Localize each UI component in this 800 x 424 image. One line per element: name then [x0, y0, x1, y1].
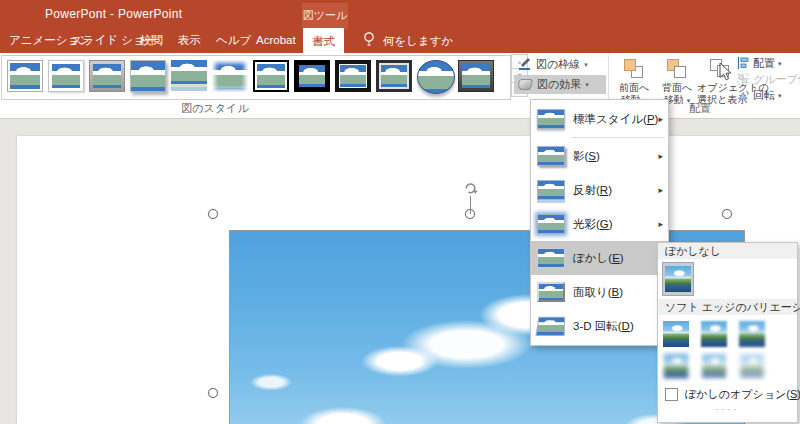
tell-me-label: 何をしますか — [383, 34, 453, 49]
dropdown-caret-icon: ▾ — [585, 81, 589, 89]
picture-style-soft-edge[interactable] — [212, 60, 248, 92]
landscape-photo-thumbnail — [701, 321, 727, 347]
soft-edges-effect-icon — [537, 248, 565, 268]
landscape-photo-thumbnail — [663, 353, 688, 378]
ribbon: ▴ ▾ ▾ 図の枠線 ▾ 図の効果 ▾ 前面へ 移動 ▾ 背面へ — [0, 53, 800, 119]
3d-rotation-effect-icon — [535, 317, 565, 336]
menu-item-preset[interactable]: 標準スタイル(P) ▸ — [531, 102, 668, 136]
soft-edge-variation-5[interactable] — [700, 352, 727, 379]
picture-styles-gallery — [1, 55, 511, 100]
menu-item-glow[interactable]: 光彩(G) ▸ — [531, 207, 668, 241]
picture-style-reflected[interactable] — [171, 60, 207, 92]
menu-item-reflection[interactable]: 反射(R) ▸ — [531, 173, 668, 207]
picture-style-simple-frame-black[interactable] — [253, 60, 289, 92]
group-button-disabled: グループ化 — [737, 72, 800, 87]
landscape-photo-thumbnail — [702, 354, 726, 378]
dropdown-caret-icon: ▾ — [778, 60, 782, 68]
picture-style-metal-frame[interactable] — [89, 60, 125, 92]
landscape-photo-thumbnail — [663, 321, 689, 347]
resize-handle-top-right[interactable] — [722, 209, 732, 219]
tab-acrobat[interactable]: Acrobat — [247, 29, 305, 53]
menu-separator — [571, 137, 665, 138]
picture-styles-group-label: 図のスタイル — [165, 101, 265, 116]
rotate-handle[interactable] — [461, 179, 479, 201]
landscape-photo-thumbnail — [740, 354, 763, 377]
picture-style-moderate-frame-black[interactable] — [376, 60, 412, 92]
landscape-photo-thumbnail — [739, 321, 765, 347]
soft-edge-variation-2[interactable] — [700, 320, 727, 347]
landscape-thumbnail-icon — [381, 65, 407, 87]
preset-effect-icon — [537, 109, 565, 129]
menu-item-shadow[interactable]: 影(S) ▸ — [531, 139, 668, 173]
glow-effect-icon — [537, 214, 565, 234]
picture-style-compound-frame-black[interactable] — [335, 60, 371, 92]
picture-border-button[interactable]: 図の枠線 ▾ — [514, 55, 606, 74]
soft-edge-variation-row — [662, 320, 797, 347]
landscape-thumbnail-icon — [131, 61, 165, 91]
mouse-cursor — [719, 62, 732, 85]
landscape-thumbnail-icon — [171, 60, 207, 84]
soft-edge-variation-1[interactable] — [662, 320, 689, 347]
landscape-thumbnail-icon — [299, 65, 325, 87]
window-title: PowerPont - PowerPoint — [45, 7, 182, 21]
submenu-arrow-icon: ▸ — [658, 151, 663, 161]
align-icon — [737, 56, 749, 71]
dropdown-caret-icon: ▾ — [584, 61, 588, 69]
landscape-thumbnail-icon — [93, 64, 121, 88]
group-objects-icon — [737, 72, 749, 87]
landscape-thumbnail-icon — [52, 64, 80, 88]
menu-grip-dots: ···· — [658, 405, 797, 414]
dropdown-caret-icon: ▾ — [778, 92, 782, 100]
ribbon-tab-row: アニメーション スライド ショー 校閲 表示 ヘルプ Acrobat 書式 何を… — [0, 29, 800, 53]
send-backward-icon — [666, 58, 688, 80]
tab-format[interactable]: 書式 — [303, 28, 344, 54]
tab-view[interactable]: 表示 — [169, 29, 210, 53]
no-soft-edge-thumbnail-selected[interactable] — [662, 262, 694, 296]
bring-forward-icon — [623, 58, 645, 80]
landscape-thumbnail-icon — [10, 63, 40, 89]
landscape-thumbnail-icon — [417, 60, 455, 94]
resize-handle-middle-left[interactable] — [208, 388, 218, 398]
tell-me-box[interactable]: 何をしますか — [362, 29, 453, 53]
landscape-thumbnail-icon — [257, 64, 285, 88]
landscape-photo-thumbnail — [665, 266, 691, 292]
soft-edge-variations-header: ソフト エッジのバリエーション — [658, 299, 797, 315]
picture-style-beveled-matte-white[interactable] — [48, 60, 84, 92]
picture-effects-icon — [517, 79, 533, 90]
picture-style-metal-frame-dark[interactable] — [458, 60, 494, 92]
soft-edges-options-item[interactable]: ぼかしのオプション(S)... — [665, 387, 797, 402]
menu-item-3d-rotation[interactable]: 3-D 回転(D) ▸ — [531, 309, 668, 343]
tab-review[interactable]: 校閲 — [131, 29, 172, 53]
submenu-arrow-icon: ▸ — [658, 114, 663, 124]
picture-effects-button[interactable]: 図の効果 ▾ — [514, 75, 606, 94]
reflection-effect — [171, 84, 207, 91]
submenu-arrow-icon: ▸ — [658, 185, 663, 195]
lightbulb-icon — [362, 31, 376, 51]
title-bar: PowerPont - PowerPoint 図ツール — [0, 0, 800, 29]
picture-effects-menu: 標準スタイル(P) ▸ 影(S) ▸ 反射(R) ▸ 光彩(G) ▸ ぼかし(E… — [530, 99, 669, 346]
picture-style-simple-frame-white[interactable] — [7, 60, 43, 92]
landscape-thumbnail-icon — [340, 65, 366, 87]
landscape-thumbnail-icon — [462, 64, 490, 88]
soft-edge-variation-3[interactable] — [738, 320, 765, 347]
menu-item-soft-edges[interactable]: ぼかし(E) ▸ — [531, 241, 668, 275]
soft-edge-variation-row — [662, 352, 797, 379]
shadow-effect-icon — [537, 146, 565, 166]
options-checkbox-icon — [665, 388, 678, 401]
picture-style-drop-shadow[interactable] — [130, 60, 166, 92]
resize-handle-top-left[interactable] — [208, 209, 218, 219]
picture-style-beveled-oval[interactable] — [417, 60, 453, 92]
align-button[interactable]: 配置 ▾ — [737, 56, 800, 71]
soft-edges-submenu: ぼかしなし ソフト エッジのバリエーション ぼかしのオプション(S)... ··… — [657, 242, 798, 423]
picture-style-thick-frame-black[interactable] — [294, 60, 330, 92]
soft-edge-variation-4[interactable] — [662, 352, 689, 379]
contextual-tab-picture-tools[interactable]: 図ツール — [302, 3, 348, 29]
soft-edge-variation-6[interactable] — [738, 352, 765, 379]
picture-border-icon — [518, 56, 531, 74]
landscape-thumbnail-icon — [212, 60, 248, 92]
bevel-effect-icon — [537, 282, 565, 302]
submenu-arrow-icon: ▸ — [658, 219, 663, 229]
reflection-effect-icon — [537, 180, 565, 200]
menu-item-bevel[interactable]: 面取り(B) ▸ — [531, 275, 668, 309]
no-soft-edges-header: ぼかしなし — [658, 243, 797, 259]
